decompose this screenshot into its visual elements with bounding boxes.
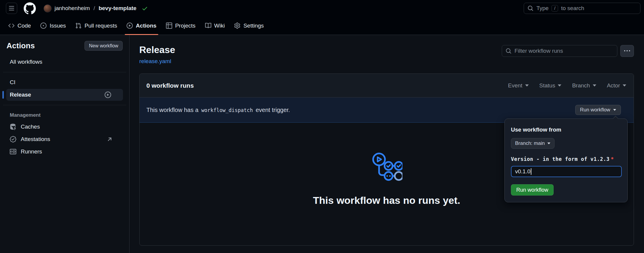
sidebar-item-label: Release — [10, 92, 31, 98]
filter-workflow-runs-input[interactable]: Filter workflow runs — [502, 45, 617, 57]
workflow-runs-empty-icon — [371, 152, 402, 181]
workflow-file-link[interactable]: release.yaml — [139, 58, 171, 65]
tab-label: Code — [17, 23, 31, 29]
actor-filter-dropdown[interactable]: Actor — [607, 82, 626, 89]
sidebar-title: Actions — [7, 41, 35, 50]
empty-state-title: This workflow has no runs yet. — [313, 195, 460, 206]
sidebar-item-attestations[interactable]: Attestations — [0, 133, 129, 145]
run-workflow-label: Run workflow — [580, 107, 610, 113]
status-filter-dropdown[interactable]: Status — [539, 82, 562, 89]
page-title: Release — [139, 44, 175, 55]
banner-text: This workflow has a workflow_dispatch ev… — [146, 107, 290, 113]
github-logo[interactable] — [24, 2, 36, 15]
git-pull-request-icon — [75, 23, 82, 29]
chevron-down-icon — [525, 84, 529, 87]
tab-code[interactable]: Code — [5, 17, 34, 35]
app-header: janhohenheim / bevy-template Type / to s… — [0, 0, 644, 17]
book-icon — [205, 23, 211, 29]
sidebar-item-label: Runners — [21, 148, 42, 155]
tab-settings[interactable]: Settings — [231, 17, 267, 35]
code-icon — [8, 23, 15, 29]
popover-title: Use workflow from — [511, 126, 621, 133]
tab-label: Settings — [243, 23, 264, 29]
tab-label: Actions — [136, 23, 156, 29]
version-input-label: Version - in the form of v1.2.3* — [511, 156, 621, 162]
filter-label: Actor — [607, 82, 620, 89]
filter-label: Event — [508, 82, 522, 89]
branch-selector-label: Branch: main — [515, 140, 545, 146]
chevron-down-icon — [593, 84, 596, 87]
sidebar-item-all-workflows[interactable]: All workflows — [6, 56, 123, 68]
version-input-value: v0.1.0 — [515, 168, 530, 175]
issue-opened-icon — [40, 23, 47, 29]
gear-icon — [234, 23, 240, 29]
external-link-icon — [107, 136, 113, 142]
commit-check-icon[interactable] — [142, 5, 148, 12]
tab-actions[interactable]: Actions — [123, 17, 160, 35]
sidebar-item-runners[interactable]: Runners — [0, 145, 129, 158]
play-icon — [127, 23, 133, 29]
repo-nav: Code Issues Pull requests Actions Projec… — [0, 17, 644, 35]
sidebar-divider — [3, 105, 126, 105]
branch-selector-button[interactable]: Branch: main — [511, 138, 554, 149]
three-bars-icon — [9, 5, 15, 11]
banner-text-suffix: event trigger. — [256, 107, 290, 113]
new-workflow-button[interactable]: New workflow — [84, 41, 123, 51]
run-workflow-popover: Use workflow from Branch: main Version -… — [504, 119, 628, 202]
run-workflow-submit-button[interactable]: Run workflow — [511, 184, 554, 196]
global-search-input[interactable]: Type / to search — [524, 3, 640, 14]
runs-list-header: 0 workflow runs Event Status Branch — [140, 74, 634, 97]
banner-text-prefix: This workflow has a — [146, 107, 199, 113]
actions-sidebar: Actions New workflow All workflows CI Re… — [0, 35, 130, 253]
branch-filter-dropdown[interactable]: Branch — [572, 82, 596, 89]
version-input[interactable]: v0.1.0 — [511, 166, 622, 177]
tab-label: Pull requests — [84, 23, 117, 29]
filter-placeholder: Filter workflow runs — [514, 48, 563, 54]
breadcrumb-repo-link[interactable]: bevy-template — [99, 5, 137, 12]
server-icon — [10, 148, 16, 155]
hamburger-menu-button[interactable] — [6, 3, 17, 14]
search-placeholder-prefix: Type — [536, 5, 549, 12]
sidebar-item-label: All workflows — [10, 59, 42, 65]
breadcrumb: janhohenheim / bevy-template — [44, 4, 148, 12]
workflow-options-button[interactable] — [620, 45, 634, 57]
workflow-dispatch-play-icon — [105, 92, 111, 98]
filter-label: Status — [539, 82, 555, 89]
chevron-down-icon — [623, 84, 626, 87]
tab-label: Projects — [175, 23, 196, 29]
sidebar-item-release[interactable]: Release — [6, 89, 123, 101]
chevron-down-icon — [547, 142, 550, 144]
verified-icon — [10, 136, 16, 142]
search-icon — [528, 5, 533, 11]
sidebar-item-ci[interactable]: CI — [6, 76, 123, 88]
tab-pull-requests[interactable]: Pull requests — [72, 17, 121, 35]
sidebar-item-label: Attestations — [21, 136, 50, 142]
sidebar-item-label: CI — [10, 79, 15, 86]
kebab-horizontal-icon — [624, 48, 630, 54]
tab-label: Issues — [49, 23, 66, 29]
required-marker: * — [610, 156, 614, 162]
breadcrumb-user-link[interactable]: janhohenheim — [55, 5, 90, 12]
cache-icon — [10, 124, 16, 130]
user-avatar[interactable] — [44, 4, 52, 12]
search-placeholder-suffix: to search — [561, 5, 584, 12]
chevron-down-icon — [613, 109, 616, 111]
event-filter-dropdown[interactable]: Event — [508, 82, 529, 89]
banner-code: workflow_dispatch — [200, 107, 254, 113]
management-section-label: Management — [0, 109, 129, 121]
run-workflow-dropdown-button[interactable]: Run workflow — [575, 105, 621, 115]
tab-label: Wiki — [214, 23, 225, 29]
sidebar-divider — [3, 72, 126, 72]
filter-label: Branch — [572, 82, 590, 89]
tab-projects[interactable]: Projects — [162, 17, 199, 35]
breadcrumb-separator: / — [93, 5, 95, 12]
version-label-text: Version - in the form of v1.2.3 — [511, 156, 610, 162]
search-icon — [506, 48, 512, 54]
slash-key-hint: / — [552, 5, 558, 12]
chevron-down-icon — [558, 84, 561, 87]
table-icon — [166, 23, 172, 29]
runs-count: 0 workflow runs — [146, 82, 194, 89]
sidebar-item-caches[interactable]: Caches — [0, 121, 129, 133]
tab-wiki[interactable]: Wiki — [202, 17, 228, 35]
tab-issues[interactable]: Issues — [37, 17, 69, 35]
